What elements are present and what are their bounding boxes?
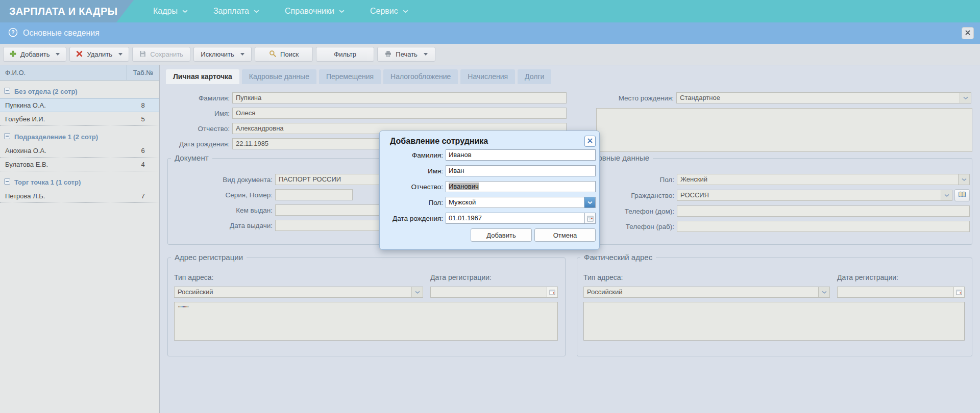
add-icon xyxy=(10,50,16,59)
birthplace-details-box[interactable] xyxy=(596,108,972,152)
top-navbar: ЗАРПЛАТА И КАДРЫ Кадры Зарплата Справочн… xyxy=(0,0,980,22)
column-header-fio[interactable]: Ф.И.О. xyxy=(0,69,127,76)
tab-personal-card[interactable]: Личная карточка xyxy=(166,69,239,84)
citizenship-directory-button[interactable] xyxy=(954,189,970,201)
exclude-button[interactable]: Исключить xyxy=(193,47,252,62)
registration-date-label: Дата регистрации: xyxy=(837,273,965,281)
registration-date-field[interactable] xyxy=(837,287,965,298)
column-header-tab-number[interactable]: Таб.№ xyxy=(127,65,159,80)
collapse-icon[interactable] xyxy=(4,133,10,141)
menu-spravochniki-label: Справочники xyxy=(285,7,334,16)
employee-tab-number: 6 xyxy=(127,147,159,154)
chevron-down-icon[interactable] xyxy=(960,93,971,103)
menu-spravochniki[interactable]: Справочники xyxy=(285,7,345,16)
gender-select[interactable]: Женский xyxy=(677,174,970,185)
document-issue-date-label: Дата выдачи: xyxy=(173,222,275,229)
main-menu: Кадры Зарплата Справочники Сервис xyxy=(153,0,408,22)
dialog-gender-label: Пол: xyxy=(387,199,446,206)
employee-row[interactable]: Петрова Л.Б. 7 xyxy=(0,189,159,203)
group-row-department-1[interactable]: Подразделение 1 (2 сотр) xyxy=(0,130,159,144)
tab-accruals[interactable]: Начисления xyxy=(460,69,515,84)
group-label: Торг точка 1 (1 сотр) xyxy=(14,178,81,186)
chevron-down-icon[interactable] xyxy=(941,190,952,200)
search-button[interactable]: Поиск xyxy=(255,47,313,62)
menu-servis[interactable]: Сервис xyxy=(370,7,408,16)
calendar-icon[interactable] xyxy=(584,213,595,223)
dialog-surname-input[interactable]: Иванов xyxy=(446,149,596,161)
chevron-down-icon[interactable] xyxy=(411,287,423,297)
employee-name: Анохина О.А. xyxy=(0,147,127,154)
surname-field[interactable]: Пупкина xyxy=(232,92,567,104)
filter-button[interactable]: Фильтр xyxy=(316,47,374,62)
employee-list-sidebar: Ф.И.О. Таб.№ Без отдела (2 сотр) Пупкина… xyxy=(0,65,160,413)
tab-transfers[interactable]: Перемещения xyxy=(319,69,381,84)
close-icon xyxy=(965,29,971,38)
delete-button[interactable]: Удалить xyxy=(69,47,129,62)
tab-taxation[interactable]: Налогообложение xyxy=(383,69,458,84)
surname-label: Фамилия: xyxy=(168,94,232,102)
employee-row[interactable]: Анохина О.А. 6 xyxy=(0,144,159,158)
dialog-firstname-label: Имя: xyxy=(387,167,446,175)
firstname-field[interactable]: Олеся xyxy=(232,108,567,119)
question-circle-icon[interactable]: ? xyxy=(8,28,18,39)
caret-down-icon xyxy=(240,53,244,56)
phone-home-field[interactable] xyxy=(677,205,970,217)
caret-down-icon xyxy=(118,53,122,56)
dialog-firstname-input[interactable]: Иван xyxy=(446,165,596,176)
employee-row[interactable]: Голубев И.И. 5 xyxy=(0,112,159,126)
birthplace-select[interactable]: Стандартное xyxy=(676,92,971,104)
chevron-down-icon[interactable] xyxy=(818,287,829,297)
add-button[interactable]: Добавить xyxy=(3,47,66,62)
document-kind-label: Вид документа: xyxy=(173,176,275,184)
registration-date-field[interactable] xyxy=(430,287,558,298)
employee-row[interactable]: Булатова Е.В. 4 xyxy=(0,158,159,171)
basic-data-fieldset: Основные данные Пол: Женский Гражданство… xyxy=(577,158,972,245)
print-icon xyxy=(385,50,391,59)
chevron-down-icon xyxy=(339,10,345,13)
dialog-birthdate-label: Дата рождения: xyxy=(387,215,446,222)
calendar-icon[interactable] xyxy=(953,287,964,297)
group-row-torg-point-1[interactable]: Торг точка 1 (1 сотр) xyxy=(0,175,159,189)
birthplace-row: Место рождения: Стандартное xyxy=(586,92,971,104)
actual-address-fieldset: Фактический адрес Тип адреса: Дата регис… xyxy=(577,257,972,356)
employee-name: Голубев И.И. xyxy=(0,115,127,123)
actual-address-text[interactable] xyxy=(583,302,965,341)
dialog-patronymic-input[interactable]: Иванович xyxy=(446,181,596,192)
menu-zarplata[interactable]: Зарплата xyxy=(213,7,259,16)
employee-name: Булатова Е.В. xyxy=(0,161,127,168)
collapse-icon[interactable] xyxy=(4,178,10,186)
search-button-label: Поиск xyxy=(280,50,299,58)
chevron-down-icon[interactable] xyxy=(958,174,969,185)
employee-tab-number: 7 xyxy=(127,192,159,200)
calendar-icon[interactable] xyxy=(547,287,557,297)
address-type-label: Тип адреса: xyxy=(174,273,423,281)
dialog-cancel-button[interactable]: Отмена xyxy=(534,228,596,242)
address-type-select[interactable]: Российский xyxy=(174,287,423,298)
save-button[interactable]: Сохранить xyxy=(132,47,190,62)
tab-debts[interactable]: Долги xyxy=(518,69,551,84)
chevron-down-icon[interactable] xyxy=(584,197,595,208)
exclude-button-label: Исключить xyxy=(201,50,234,58)
patronymic-label: Отчество: xyxy=(168,125,232,133)
employee-row[interactable]: Пупкина О.А. 8 xyxy=(0,98,159,112)
document-series-label: Серия, Номер: xyxy=(173,191,275,199)
document-series-field[interactable] xyxy=(275,189,353,200)
birthdate-label: Дата рождения: xyxy=(168,140,232,148)
collapse-icon[interactable] xyxy=(4,88,10,95)
close-window-button[interactable] xyxy=(962,27,974,39)
print-button[interactable]: Печать xyxy=(377,47,435,62)
dialog-birthdate-input[interactable]: 01.01.1967 xyxy=(446,213,596,224)
dialog-gender-select[interactable]: Мужской xyxy=(446,197,596,208)
dialog-close-button[interactable] xyxy=(584,136,596,147)
group-row-no-department[interactable]: Без отдела (2 сотр) xyxy=(0,84,159,98)
address-type-select[interactable]: Российский xyxy=(583,287,830,298)
citizenship-select[interactable]: РОССИЯ xyxy=(677,190,952,201)
dialog-add-button[interactable]: Добавить xyxy=(471,228,532,242)
address-type-label: Тип адреса: xyxy=(583,273,830,281)
registration-address-text[interactable]: ''''''''' xyxy=(174,302,558,341)
dialog-patronymic-label: Отчество: xyxy=(387,183,446,191)
menu-kadry[interactable]: Кадры xyxy=(153,7,188,16)
tab-hr-data[interactable]: Кадровые данные xyxy=(242,69,316,84)
phone-work-field[interactable] xyxy=(677,221,970,232)
employee-tab-number: 5 xyxy=(127,115,159,123)
